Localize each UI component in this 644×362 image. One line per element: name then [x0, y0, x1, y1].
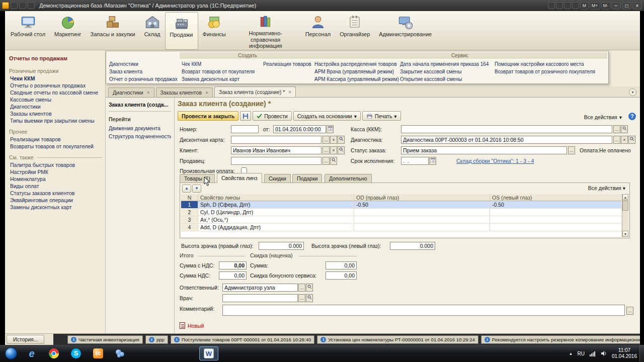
magnifier-icon[interactable] [628, 136, 635, 144]
vat-sum-input[interactable] [219, 272, 247, 280]
sidebar-item-cash-shifts[interactable]: Кассовые смены [5, 96, 105, 103]
clear-icon[interactable]: × [330, 146, 337, 154]
sidebar-item-withdrawal-types[interactable]: Типы выемки при закрытии смены [5, 117, 105, 124]
create-based-on-button[interactable]: Создать на основании▾ [293, 111, 361, 121]
language-indicator[interactable]: RU [577, 351, 584, 356]
table-row[interactable]: 3 Ax,° (Ось,°) [181, 216, 621, 224]
volume-icon[interactable] [601, 350, 607, 356]
table-scrollbar[interactable]: ▲ ▼ [622, 194, 628, 237]
table-all-actions-button[interactable]: Все действия ▾ [588, 185, 625, 191]
select-icon[interactable]: ... [568, 146, 575, 154]
network-icon[interactable] [589, 350, 596, 356]
form-all-actions-button[interactable]: Все действия▾ [580, 112, 626, 122]
table-row[interactable]: 4 Add, D (Аддидация, Дпт) [181, 224, 621, 231]
close-button[interactable]: × [632, 2, 642, 10]
sidebar-item-acquiring[interactable]: Эквайринговые операции [5, 197, 105, 204]
onec-icon[interactable]: 1С [89, 346, 108, 360]
clear-icon[interactable]: × [330, 136, 337, 144]
save-button[interactable] [240, 111, 251, 121]
select-icon[interactable]: ... [613, 125, 620, 133]
sidebar-item-quick-goods[interactable]: Палитра быстрых товаров [5, 161, 105, 168]
sidebar-item-diagnostics[interactable]: Диагностики [5, 103, 105, 110]
select-icon[interactable]: ... [323, 157, 330, 165]
close-tab-icon[interactable]: × [288, 89, 291, 95]
nav-item-customer-return[interactable]: Возврат товаров от покупателя [182, 68, 255, 75]
skype-icon[interactable]: S [66, 346, 86, 360]
discount-card-input[interactable] [231, 136, 321, 144]
pupil-left-input[interactable] [390, 242, 435, 250]
table-row[interactable]: 2 Cyl, D (Цилиндр, Дпт) [181, 209, 621, 216]
nav-item-customer-order[interactable]: Заказ клиента [109, 68, 178, 75]
ribbon-section-supplies[interactable]: Запасы и закупки [86, 12, 140, 50]
titlebar-tool-icon[interactable] [19, 2, 26, 9]
order-date-input[interactable] [273, 125, 326, 133]
titlebar-tool-icon[interactable] [11, 2, 18, 9]
sidebar-item-shift-summary[interactable]: Сводные отчеты по кассовой смене [5, 89, 105, 96]
internet-explorer-icon[interactable]: e [22, 346, 41, 360]
nav-item-close-shift[interactable]: Закрытие кассовой смены [400, 68, 489, 75]
chrome-icon[interactable] [44, 346, 63, 360]
tab-additional[interactable]: Дополнительно [325, 174, 372, 183]
sidebar-item-payment-types[interactable]: Виды оплат [5, 183, 105, 190]
start-button[interactable] [5, 347, 17, 359]
ribbon-section-finance[interactable]: Финансы [198, 12, 230, 50]
calendar-icon[interactable] [429, 157, 436, 165]
post-button[interactable]: Провести [253, 111, 291, 121]
nav-item-cash-place-assistant[interactable]: Помощник настройки кассового места [495, 60, 595, 68]
titlebar-tool-icon[interactable] [28, 2, 35, 9]
sidebar-item-kkm-receipts[interactable]: Чеки ККМ [5, 75, 105, 82]
magnifier-icon[interactable] [621, 125, 628, 133]
select-icon[interactable]: ... [613, 136, 620, 144]
seller-input[interactable] [231, 157, 321, 165]
comment-input[interactable] [222, 305, 625, 316]
nav-item-discount-card-replacement[interactable]: Замена дисконтных карт [182, 75, 255, 83]
nav-item-open-shift[interactable]: Открытие кассовой смены [400, 75, 489, 83]
magnifier-icon[interactable] [338, 146, 345, 154]
scrollbar-thumb[interactable] [622, 201, 628, 211]
status-message[interactable]: iЧастичная инвентаризация [67, 335, 143, 344]
memory-plus-button[interactable]: M+ [590, 2, 600, 10]
tab-discounts[interactable]: Скидки [264, 174, 291, 183]
ribbon-section-warehouse[interactable]: Склад [140, 12, 165, 50]
post-and-close-button[interactable]: Провести и закрыть [178, 111, 238, 121]
sidebar-item-nomenclature[interactable]: Номенклатура [5, 175, 105, 183]
print-button[interactable]: Печать▾ [362, 111, 401, 121]
bonus-discount-input[interactable] [326, 272, 357, 280]
minimize-button[interactable]: − [611, 2, 621, 10]
sum-with-vat-input[interactable] [219, 261, 247, 269]
close-tab-icon[interactable]: × [147, 90, 150, 96]
magnifier-icon[interactable] [338, 136, 345, 144]
column-header[interactable]: OD (правый глаз) [354, 194, 490, 201]
ribbon-section-desktop[interactable]: Рабочий стол [6, 12, 50, 50]
sidebar-item-discount-card-replacements[interactable]: Замены дисконтных карт [5, 204, 105, 211]
doc-movements-link[interactable]: Движения документа [109, 125, 171, 131]
tab-customer-orders[interactable]: Заказы клиентов × [156, 87, 213, 97]
responsible-input[interactable] [222, 284, 298, 292]
doc-structure-link[interactable]: Структура подчиненности [109, 133, 171, 139]
nav-item-kkm-receipt[interactable]: Чек ККМ [182, 60, 255, 68]
select-icon[interactable]: ... [323, 146, 330, 154]
word-icon[interactable]: W [199, 346, 218, 360]
order-status-input[interactable] [401, 146, 567, 154]
diagnostic-input[interactable] [401, 136, 612, 144]
due-date-input[interactable] [401, 157, 429, 165]
column-header[interactable]: N [181, 194, 198, 201]
sidebar-item-customer-orders[interactable]: Заказы клиентов [5, 110, 105, 117]
memory-minus-button[interactable]: M- [601, 2, 611, 10]
select-icon[interactable]: ... [298, 284, 305, 292]
move-down-icon[interactable]: ▼ [192, 185, 201, 193]
ribbon-section-organizer[interactable]: Органайзер [335, 12, 374, 50]
nav-item-cashier-workstation[interactable]: АРМ Кассира (управляемый режим) [314, 75, 399, 83]
magnifier-icon[interactable] [330, 157, 337, 165]
nav-item-retail-customer-return[interactable]: Возврат товаров от розничного покупателя [495, 68, 595, 75]
sidebar-item-customer-returns[interactable]: Возвраты товаров от покупателей [5, 143, 105, 150]
scroll-up-icon[interactable]: ▲ [622, 194, 628, 200]
history-button[interactable]: История... [7, 335, 44, 344]
doctor-input[interactable] [222, 294, 298, 302]
sidebar-item-order-statuses[interactable]: Статусы заказов клиентов [5, 190, 105, 197]
status-message[interactable]: iРекомендуется настроить резервное копир… [481, 335, 640, 344]
move-up-icon[interactable]: ▲ [182, 185, 191, 193]
sidebar-item-goods-sales[interactable]: Реализации товаров [5, 136, 105, 143]
hidden-icons-arrow[interactable]: ▲ [569, 351, 573, 356]
titlebar-links-icon[interactable] [572, 2, 579, 9]
